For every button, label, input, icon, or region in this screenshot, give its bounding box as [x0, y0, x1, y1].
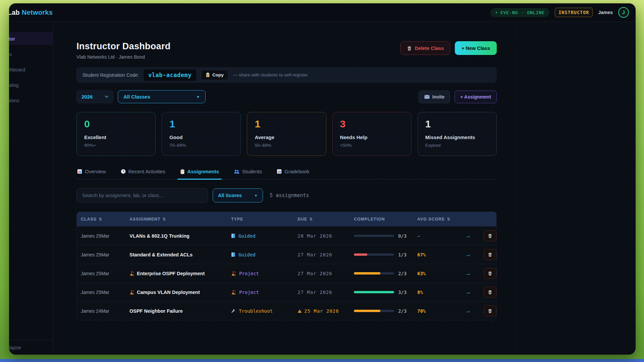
cell-completion: 3/3 [354, 290, 417, 295]
tab-students[interactable]: Students [233, 167, 263, 179]
search-input[interactable] [76, 188, 208, 203]
crane-icon [231, 271, 236, 276]
cell-avg-score: — [417, 233, 465, 239]
crane-icon [129, 271, 135, 276]
stat-value: 1 [425, 118, 489, 130]
cell-completion: 2/3 [354, 308, 417, 314]
open-assignment-arrow[interactable]: → [465, 308, 484, 314]
open-assignment-arrow[interactable]: → [465, 251, 484, 258]
delete-assignment-button[interactable] [484, 287, 496, 298]
sort-icon: ⇅ [99, 217, 102, 222]
delete-assignment-button[interactable] [484, 230, 496, 241]
table-header: CLASS ⇅ ASSIGNMENT ⇅ TYPE DUE ⇅ [77, 212, 496, 226]
stat-label: Average [255, 134, 318, 140]
cell-due: 25 Mar 2026 [298, 308, 354, 314]
delete-assignment-button[interactable] [484, 249, 496, 260]
progress-bar [354, 253, 394, 256]
invite-button[interactable]: Invite [419, 90, 450, 103]
cell-assignment: OSPF Neighbor Failure [129, 308, 231, 314]
sort-icon: ⇅ [447, 217, 450, 222]
main-area: Instructor Dashboard Vlab Networks Ltd ·… [53, 22, 636, 355]
trash-icon [407, 46, 412, 51]
chevron-down-icon [105, 96, 108, 98]
stat-card-average: 1 Average 50–69% [247, 112, 326, 156]
cell-due: 27 Mar 2026 [298, 252, 354, 257]
stat-sublabel: <50% [340, 143, 404, 148]
bar-chart-icon [277, 169, 282, 174]
sidebar-item-instructor[interactable]: Instructor [9, 32, 53, 45]
cell-assignment: Campus VLAN Deployment [129, 290, 231, 295]
trash-icon [488, 290, 492, 295]
registration-label: Student Registration Code: [83, 72, 139, 78]
tab-gradebook[interactable]: Gradebook [276, 167, 310, 179]
delete-assignment-button[interactable] [484, 305, 496, 316]
col-header-type: TYPE [231, 217, 298, 222]
new-assignment-button[interactable]: + Assignment [454, 90, 497, 103]
stat-sublabel: 70–89% [169, 143, 233, 148]
cell-avg-score: 8% [417, 290, 465, 295]
app-logo: vLab Networks [9, 9, 53, 16]
tab-overview[interactable]: Overview [76, 167, 107, 179]
col-header-avg-score[interactable]: AVG SCORE ⇅ [417, 217, 465, 222]
delete-class-button[interactable]: Delete Class [400, 41, 450, 55]
cell-avg-score: 67% [417, 252, 465, 257]
class-filter-select[interactable]: All Classes ▼ [118, 90, 206, 103]
tab-assignments[interactable]: Assignments [179, 167, 220, 179]
sort-icon: ⇅ [162, 217, 166, 222]
tab-bar: Overview Recent Activities Assignments [76, 167, 497, 179]
book-icon [231, 233, 235, 238]
copy-code-button[interactable]: Copy [201, 70, 228, 80]
open-assignment-arrow[interactable]: → [465, 289, 484, 296]
sidebar-item-sessions[interactable]: Sessions [9, 94, 53, 107]
score-filter-select[interactable]: All Scores ▼ [213, 188, 263, 202]
tab-recent-activities[interactable]: Recent Activities [120, 167, 166, 179]
trash-icon [488, 271, 492, 276]
warning-icon [298, 309, 302, 313]
people-icon [234, 169, 239, 174]
col-header-completion: COMPLETION [354, 217, 417, 222]
table-row: James 25Mar Standard & Extended ACLs Gui… [77, 245, 496, 264]
stat-label: Missed Assignments [425, 134, 489, 140]
new-class-button[interactable]: + New Class [455, 41, 497, 55]
open-assignment-arrow[interactable]: → [465, 233, 484, 239]
col-header-due[interactable]: DUE ⇅ [298, 217, 354, 222]
page-title: Instructor Dashboard [76, 41, 171, 52]
cell-completion: 1/3 [354, 252, 417, 257]
col-header-class[interactable]: CLASS ⇅ [81, 217, 129, 222]
chevron-down-icon: ▼ [196, 95, 200, 99]
table-row: James 25Mar Campus VLAN Deployment Proje… [77, 283, 496, 301]
wrench-icon [231, 309, 236, 313]
cell-avg-score: 70% [417, 308, 465, 314]
registration-code: vlab-academy [144, 69, 196, 81]
stat-sublabel: 90%+ [84, 143, 148, 148]
sidebar-item-labs[interactable]: Labs [9, 48, 53, 60]
col-header-assignment[interactable]: ASSIGNMENT ⇅ [129, 217, 231, 222]
stat-cards: 0 Excellent 90%+ 1 Good 70–89% 1 Average… [76, 112, 497, 156]
stat-card-good: 1 Good 70–89% [162, 112, 241, 156]
delete-assignment-button[interactable] [484, 268, 496, 279]
sidebar-item-dashboard[interactable]: Dashboard [9, 63, 53, 76]
progress-bar [354, 235, 394, 237]
cell-type: Guided [231, 233, 298, 239]
cell-due: 27 Mar 2026 [298, 290, 354, 295]
stat-card-excellent: 0 Excellent 90%+ [76, 112, 156, 156]
clipboard-icon [180, 169, 185, 174]
stat-value: 3 [340, 118, 404, 130]
topbar: vLab Networks • EVE-NG · ONLINE INSTRUCT… [9, 3, 636, 22]
sidebar-item-catalog[interactable]: Catalog [9, 78, 53, 91]
progress-bar [354, 291, 394, 293]
open-assignment-arrow[interactable]: → [465, 270, 484, 277]
cell-assignment: VLANs & 802.1Q Trunking [129, 233, 231, 239]
avatar[interactable]: J [618, 7, 629, 18]
stat-card-missed: 1 Missed Assignments Expired [418, 112, 497, 156]
stat-value: 0 [84, 118, 148, 130]
app-window: vLab Networks • EVE-NG · ONLINE INSTRUCT… [9, 3, 636, 355]
cell-due: 27 Mar 2026 [298, 271, 354, 276]
cell-avg-score: 63% [417, 271, 465, 276]
sidebar-collapse-button[interactable]: Collapse [9, 340, 53, 355]
year-select[interactable]: 2026 [76, 90, 113, 103]
cell-assignment: Standard & Extended ACLs [129, 252, 231, 257]
crane-icon [129, 290, 135, 295]
book-icon [231, 252, 235, 257]
trash-icon [488, 252, 492, 257]
